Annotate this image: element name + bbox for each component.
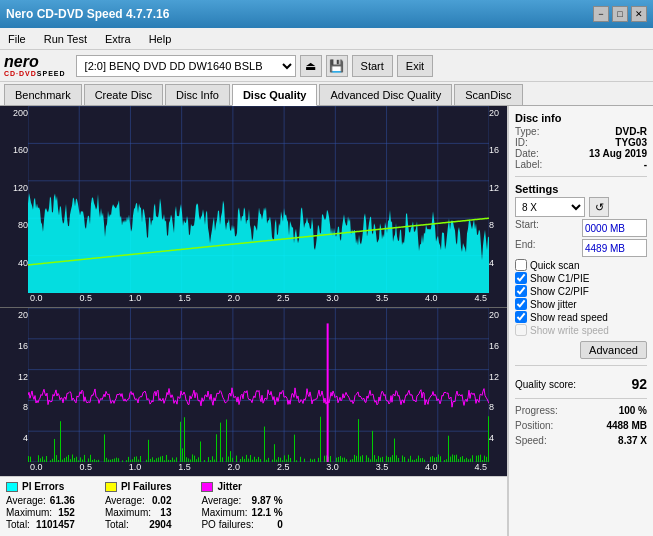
pi-errors-label: PI Errors (22, 481, 64, 492)
end-mb-input[interactable] (582, 239, 647, 257)
main-content: 200 160 120 80 40 0 20 16 12 8 4 0 0.0 0… (0, 106, 653, 536)
pi-failures-color (105, 482, 117, 492)
minimize-button[interactable]: − (593, 6, 609, 22)
speed-row: Speed: 8.37 X (515, 435, 647, 446)
drive-select[interactable]: [2:0] BENQ DVD DD DW1640 BSLB (76, 55, 296, 77)
start-button[interactable]: Start (352, 55, 393, 77)
top-chart-x-labels: 0.0 0.5 1.0 1.5 2.0 2.5 3.0 3.5 4.0 4.5 (28, 293, 489, 307)
menu-extra[interactable]: Extra (101, 32, 135, 46)
pi-errors-stats: PI Errors Average: 61.36 Maximum: 152 To… (6, 481, 75, 532)
disc-info-title: Disc info (515, 112, 647, 124)
show-c2-pif-label: Show C2/PIF (530, 286, 589, 297)
bottom-chart: 20 16 12 8 4 0 20 16 12 8 4 0 0.0 0.5 1.… (0, 308, 507, 476)
jitter-stats: Jitter Average: 9.87 % Maximum: 12.1 % P… (201, 481, 282, 532)
disc-date-value: 13 Aug 2019 (589, 148, 647, 159)
bottom-chart-x-labels: 0.0 0.5 1.0 1.5 2.0 2.5 3.0 3.5 4.0 4.5 (28, 462, 489, 476)
pi-errors-avg-label: Average: (6, 495, 46, 506)
pi-errors-total-value: 1101457 (36, 519, 75, 530)
pi-failures-max-value: 13 (160, 507, 171, 518)
menu-file[interactable]: File (4, 32, 30, 46)
show-read-speed-checkbox[interactable] (515, 311, 527, 323)
show-c1-pie-checkbox[interactable] (515, 272, 527, 284)
disc-label-label: Label: (515, 159, 542, 170)
start-mb-input[interactable] (582, 219, 647, 237)
menu-run-test[interactable]: Run Test (40, 32, 91, 46)
jitter-label: Jitter (217, 481, 241, 492)
pi-failures-max-label: Maximum: (105, 507, 151, 518)
save-icon-btn[interactable]: 💾 (326, 55, 348, 77)
quality-score-label: Quality score: (515, 379, 576, 390)
jitter-avg-value: 9.87 % (252, 495, 283, 506)
logo: nero CD·DVDSPEED (4, 54, 66, 77)
divider-1 (515, 176, 647, 177)
window-controls: − □ ✕ (593, 6, 647, 22)
pi-errors-max-value: 152 (58, 507, 75, 518)
exit-button[interactable]: Exit (397, 55, 433, 77)
speed-setting: 8 X 4 X 2 X MAX ↺ (515, 197, 647, 217)
progress-value: 100 % (619, 405, 647, 416)
tab-benchmark[interactable]: Benchmark (4, 84, 82, 105)
divider-2 (515, 365, 647, 366)
end-mb-label: End: (515, 239, 536, 257)
tab-scandisc[interactable]: ScanDisc (454, 84, 522, 105)
close-button[interactable]: ✕ (631, 6, 647, 22)
quick-scan-label: Quick scan (530, 260, 579, 271)
bottom-chart-canvas (0, 308, 507, 476)
jitter-max-label: Maximum: (201, 507, 247, 518)
app-title: Nero CD-DVD Speed 4.7.7.16 (6, 7, 169, 21)
stats-area: PI Errors Average: 61.36 Maximum: 152 To… (0, 476, 507, 536)
tab-create-disc[interactable]: Create Disc (84, 84, 163, 105)
title-bar: Nero CD-DVD Speed 4.7.7.16 − □ ✕ (0, 0, 653, 28)
jitter-color (201, 482, 213, 492)
quick-scan-row: Quick scan (515, 259, 647, 271)
maximize-button[interactable]: □ (612, 6, 628, 22)
show-c2-pif-row: Show C2/PIF (515, 285, 647, 297)
refresh-button[interactable]: ↺ (589, 197, 609, 217)
disc-type-label: Type: (515, 126, 539, 137)
show-c1-pie-label: Show C1/PIE (530, 273, 589, 284)
menu-help[interactable]: Help (145, 32, 176, 46)
quick-scan-checkbox[interactable] (515, 259, 527, 271)
jitter-avg-label: Average: (201, 495, 241, 506)
speed-label: Speed: (515, 435, 547, 446)
bottom-chart-y-right: 20 16 12 8 4 0 (489, 308, 507, 476)
advanced-button[interactable]: Advanced (580, 341, 647, 359)
top-chart-y-right: 20 16 12 8 4 0 (489, 106, 507, 307)
right-panel: Disc info Type: DVD-R ID: TYG03 Date: 13… (508, 106, 653, 536)
progress-row: Progress: 100 % (515, 405, 647, 416)
pi-failures-avg-label: Average: (105, 495, 145, 506)
disc-id-label: ID: (515, 137, 528, 148)
show-c2-pif-checkbox[interactable] (515, 285, 527, 297)
show-read-speed-row: Show read speed (515, 311, 647, 323)
disc-label-value: - (644, 159, 647, 170)
position-row: Position: 4488 MB (515, 420, 647, 431)
tab-advanced-disc-quality[interactable]: Advanced Disc Quality (319, 84, 452, 105)
progress-label: Progress: (515, 405, 558, 416)
tab-bar: Benchmark Create Disc Disc Info Disc Qua… (0, 82, 653, 106)
eject-icon-btn[interactable]: ⏏ (300, 55, 322, 77)
show-jitter-row: Show jitter (515, 298, 647, 310)
show-jitter-label: Show jitter (530, 299, 577, 310)
quality-score-value: 92 (631, 376, 647, 392)
disc-type-value: DVD-R (615, 126, 647, 137)
pi-errors-max-label: Maximum: (6, 507, 52, 518)
bottom-chart-y-left: 20 16 12 8 4 0 (0, 308, 28, 476)
disc-date-label: Date: (515, 148, 539, 159)
show-write-speed-checkbox[interactable] (515, 324, 527, 336)
position-label: Position: (515, 420, 553, 431)
show-write-speed-label: Show write speed (530, 325, 609, 336)
pi-errors-total-label: Total: (6, 519, 30, 530)
show-read-speed-label: Show read speed (530, 312, 608, 323)
pi-failures-total-value: 2904 (149, 519, 171, 530)
tab-disc-quality[interactable]: Disc Quality (232, 84, 318, 106)
chart-area: 200 160 120 80 40 0 20 16 12 8 4 0 0.0 0… (0, 106, 508, 536)
show-jitter-checkbox[interactable] (515, 298, 527, 310)
logo-nero: nero (4, 54, 66, 70)
top-chart-y-left: 200 160 120 80 40 0 (0, 106, 28, 307)
top-chart-canvas (0, 106, 507, 307)
pi-failures-label: PI Failures (121, 481, 172, 492)
toolbar: nero CD·DVDSPEED [2:0] BENQ DVD DD DW164… (0, 50, 653, 82)
pi-errors-color (6, 482, 18, 492)
tab-disc-info[interactable]: Disc Info (165, 84, 230, 105)
speed-select[interactable]: 8 X 4 X 2 X MAX (515, 197, 585, 217)
